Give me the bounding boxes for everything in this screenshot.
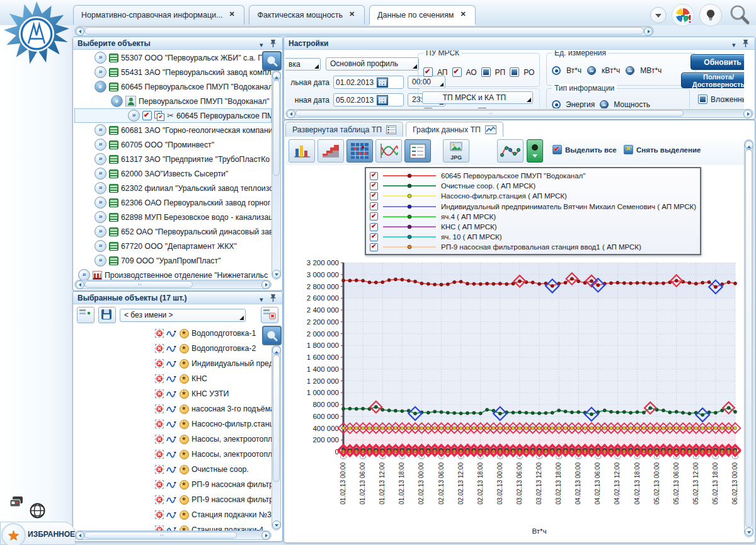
scroll-thumb[interactable] bbox=[295, 110, 684, 117]
settings-horizontal-scrollbar[interactable] bbox=[285, 109, 753, 118]
scroll-up-icon[interactable] bbox=[272, 71, 281, 80]
tp-data-chart[interactable]: 0200 000400 000600 000800 0001 000 0001 … bbox=[285, 256, 748, 540]
calendar-icon[interactable] bbox=[377, 77, 388, 88]
expand-node-icon[interactable]: » bbox=[94, 197, 106, 209]
tree-row[interactable]: »55307 ООО "Первоуральск ЖБИ" с.а. ПН bbox=[74, 50, 272, 65]
top-horizontal-scrollbar[interactable] bbox=[74, 26, 654, 36]
tree-row[interactable]: »709 ООО "УралПромПласт" bbox=[74, 253, 272, 268]
tp-checkbox[interactable] bbox=[478, 108, 487, 108]
tab-actual-power[interactable]: Фактическая мощность bbox=[249, 5, 365, 25]
nested-ti-checkbox[interactable] bbox=[698, 95, 707, 104]
tree-row[interactable]: »60645 Первоуральское ПМУП "Водоканал" bbox=[74, 79, 272, 94]
tree-row[interactable]: »✂60645 Первоуральское ПМУ bbox=[74, 108, 272, 123]
pu-checkbox[interactable] bbox=[452, 67, 462, 77]
scroll-up-icon[interactable] bbox=[745, 141, 753, 149]
legend-checkbox[interactable] bbox=[370, 192, 378, 200]
scroll-left-icon[interactable] bbox=[287, 110, 295, 118]
grouping-combo[interactable]: вка bbox=[285, 58, 321, 71]
export-jpg-button[interactable]: JPG bbox=[443, 139, 469, 163]
pu-checkbox[interactable] bbox=[481, 67, 491, 77]
legend-checkbox[interactable] bbox=[370, 243, 378, 251]
legend-checkbox[interactable] bbox=[370, 202, 378, 210]
list-item[interactable]: Станция подкачки-4 bbox=[74, 522, 272, 531]
expand-node-icon[interactable]: » bbox=[94, 168, 106, 180]
expand-node-icon[interactable]: » bbox=[94, 226, 106, 238]
tree-row[interactable]: »Производственное отделение "Нижнетагиль… bbox=[74, 268, 272, 280]
windows-stack-icon[interactable] bbox=[9, 495, 25, 512]
tab-data-graph[interactable]: График данных ТП bbox=[406, 122, 503, 137]
scroll-down-icon[interactable] bbox=[272, 520, 281, 529]
search-icon[interactable] bbox=[727, 3, 752, 28]
list-item[interactable]: Очистные соор. bbox=[74, 462, 272, 477]
add-selection-button[interactable] bbox=[77, 307, 94, 323]
legend-row[interactable]: яч. 10 ( АП МРСК) bbox=[370, 232, 696, 242]
list-item[interactable]: Насосы, электроотопление bbox=[74, 432, 272, 447]
list-horizontal-scrollbar[interactable] bbox=[74, 531, 272, 540]
pin-icon[interactable] bbox=[270, 294, 278, 302]
tree-row[interactable]: »61317 ЗАО "Предприятие "ТрубоПластКо bbox=[74, 152, 272, 166]
expand-node-icon[interactable]: » bbox=[94, 52, 106, 64]
scroll-right-icon[interactable] bbox=[261, 280, 270, 289]
tree-row[interactable]: »652 ОАО "Первоуральский динасовый зав bbox=[74, 224, 272, 239]
chevron-down-icon[interactable] bbox=[650, 7, 667, 23]
legend-row[interactable]: Очистные соор. ( АП МРСК) bbox=[370, 181, 696, 191]
collapse-icon[interactable] bbox=[731, 39, 740, 48]
scroll-thumb[interactable] bbox=[745, 149, 752, 527]
scroll-up-icon[interactable] bbox=[272, 346, 281, 355]
info-type-radio[interactable] bbox=[600, 100, 609, 108]
tree-vertical-scrollbar[interactable] bbox=[272, 70, 281, 280]
chart-type-area-button[interactable] bbox=[318, 139, 344, 163]
pu-checkbox[interactable] bbox=[510, 67, 519, 77]
expand-node-icon[interactable]: » bbox=[94, 182, 106, 194]
legend-row[interactable]: Насосно-фильтр.станция ( АП МРСК) bbox=[370, 191, 696, 201]
expand-node-icon[interactable]: » bbox=[94, 66, 106, 78]
tp-checkbox[interactable] bbox=[423, 108, 433, 108]
tp-combo[interactable]: ТП МРСК и КА ТП bbox=[422, 91, 533, 104]
checkbox-checked-icon[interactable] bbox=[142, 111, 152, 120]
legend-row[interactable]: яч.4 ( АП МРСК) bbox=[370, 212, 696, 222]
list-item[interactable]: РП-9 насосная фильтровальная bbox=[74, 477, 272, 492]
list-vertical-scrollbar[interactable] bbox=[272, 345, 281, 531]
scroll-thumb[interactable] bbox=[84, 27, 644, 35]
collapse-icon[interactable] bbox=[258, 294, 267, 302]
tree-row[interactable]: »62306 ОАО Первоуральский завод горног bbox=[74, 195, 272, 210]
list-item[interactable]: Индивидуальный предприниматель Вятчин Ми… bbox=[74, 356, 272, 371]
info-type-radio[interactable] bbox=[552, 100, 561, 108]
save-selection-button[interactable] bbox=[98, 307, 116, 323]
list-item[interactable]: Станция подкачки №3 bbox=[74, 507, 272, 522]
favorites-star-icon[interactable] bbox=[1, 523, 26, 545]
tree-search-button[interactable] bbox=[262, 51, 282, 71]
calendar-icon[interactable] bbox=[377, 95, 388, 105]
tab-section-data[interactable]: Данные по сечениям bbox=[369, 5, 476, 25]
lightbulb-icon[interactable] bbox=[699, 4, 722, 26]
list-item[interactable]: насосная 3-го подъёма bbox=[74, 401, 272, 416]
scroll-down-icon[interactable] bbox=[272, 270, 281, 278]
completeness-button[interactable]: Полнота/Достоверность bbox=[681, 72, 744, 88]
scroll-right-icon[interactable] bbox=[644, 27, 653, 36]
expand-node-icon[interactable]: » bbox=[94, 240, 106, 252]
expand-node-icon[interactable]: » bbox=[94, 153, 106, 165]
tab-close-icon[interactable] bbox=[349, 11, 357, 19]
expand-node-icon[interactable]: » bbox=[128, 110, 140, 122]
end-date-field[interactable]: 05.02.2013 bbox=[333, 93, 404, 106]
scroll-left-icon[interactable] bbox=[76, 27, 84, 36]
legend-checkbox[interactable] bbox=[370, 223, 378, 231]
scroll-right-icon[interactable] bbox=[261, 531, 270, 540]
tree-row[interactable]: »Первоуральское ПМУП "Водоканал" bbox=[74, 94, 272, 108]
legend-row[interactable]: 60645 Первоуральское ПМУП "Водоканал" bbox=[370, 171, 696, 181]
list-item[interactable]: Водоподготовка-1 bbox=[74, 326, 272, 341]
scroll-thumb[interactable] bbox=[84, 281, 193, 288]
tree-row[interactable]: »55431 ЗАО "Первоуральский завод компл bbox=[74, 65, 272, 79]
scroll-right-icon[interactable] bbox=[743, 110, 752, 118]
expand-node-icon[interactable]: » bbox=[78, 269, 90, 280]
list-item[interactable]: Насосно-фильтр.станция bbox=[74, 416, 272, 432]
legend-row[interactable]: КНС ( АП МРСК) bbox=[370, 222, 696, 232]
tab-close-icon[interactable] bbox=[229, 11, 236, 19]
chart-type-bar-button[interactable] bbox=[289, 139, 315, 163]
unit-radio[interactable] bbox=[587, 66, 596, 75]
chart-type-curves-button[interactable] bbox=[375, 139, 402, 163]
start-date-field[interactable]: 01.02.2013 bbox=[333, 76, 404, 89]
pin-icon[interactable] bbox=[742, 39, 751, 48]
legend-row[interactable]: Индивидуальный предприниматель Вятчин Ми… bbox=[370, 202, 696, 212]
pin-icon[interactable] bbox=[270, 39, 278, 48]
